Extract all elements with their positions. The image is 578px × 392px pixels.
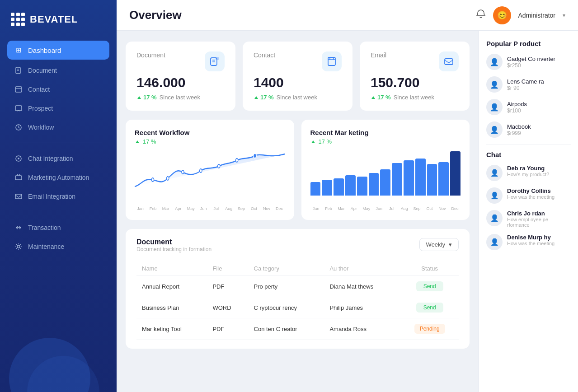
sidebar-workflow-label: Workflow bbox=[28, 124, 54, 131]
svg-point-8 bbox=[18, 158, 19, 159]
chat-info-dorothy: Dorothy Collins How was the meeting bbox=[507, 187, 571, 200]
chat-name-debra: Deb ra Young bbox=[507, 165, 571, 172]
svg-point-27 bbox=[254, 154, 257, 158]
table-header-row: Name File Ca tegory Au thor Status bbox=[136, 261, 459, 276]
sidebar-marketing-label: Marketing Automation bbox=[28, 174, 89, 181]
product-item-macbook[interactable]: 👤 Macbook $r999 bbox=[486, 121, 571, 138]
svg-rect-15 bbox=[216, 57, 219, 60]
table-row[interactable]: Business Plan WORD C ryptocur rency Phil… bbox=[136, 297, 459, 318]
sidebar-nav: ⊞ Dashboard Document Contact Prospect bbox=[0, 37, 117, 260]
workflow-chart-labels: Jan Feb Mar Apr May Jun Jul Aug Sep Oct … bbox=[135, 206, 285, 211]
sidebar-item-maintenance[interactable]: Maintenance bbox=[7, 238, 109, 256]
stat-cards: Document 146.000 17 % Since last week bbox=[126, 42, 470, 111]
product-price-macbook: $r999 bbox=[507, 130, 571, 136]
stat-card-contact-trend: 17 % Since last week bbox=[254, 94, 342, 101]
contact-trend-up: 17 % bbox=[254, 94, 274, 101]
bar-aug bbox=[392, 163, 402, 196]
product-item-lens[interactable]: 👤 Lens Came ra $r 90 bbox=[486, 76, 571, 93]
sidebar-chat-label: Chat Integration bbox=[28, 155, 73, 162]
document-table-subtitle: Document tracking in formation bbox=[136, 246, 211, 252]
table-row[interactable]: Annual Report PDF Pro perty Diana Mat th… bbox=[136, 276, 459, 297]
workflow-chart-title: Recent Workflow bbox=[135, 129, 285, 136]
product-price-lens: $r 90 bbox=[507, 85, 571, 91]
sidebar-prospect-label: Prospect bbox=[28, 105, 53, 112]
chat-item-dorothy[interactable]: 👤 Dorothy Collins How was the meeting bbox=[486, 187, 571, 204]
email-trend-up: 17 % bbox=[371, 94, 391, 101]
svg-point-11 bbox=[17, 245, 20, 248]
sidebar-item-workflow[interactable]: Workflow bbox=[7, 118, 109, 136]
chat-avatar-chris: 👤 bbox=[486, 210, 503, 226]
sidebar-item-prospect[interactable]: Prospect bbox=[7, 99, 109, 117]
bar-apr bbox=[345, 175, 356, 196]
svg-point-25 bbox=[218, 164, 220, 168]
weekly-filter-button[interactable]: Weekly ▾ bbox=[419, 238, 459, 251]
prospect-icon bbox=[14, 104, 23, 112]
sidebar-item-contact[interactable]: Contact bbox=[7, 80, 109, 98]
notification-button[interactable] bbox=[476, 9, 486, 21]
bar-dec bbox=[438, 162, 449, 196]
bar-mar bbox=[334, 178, 344, 196]
row-1-name: Annual Report bbox=[136, 276, 207, 297]
marketing-bars bbox=[310, 150, 461, 196]
row-1-author: Diana Mat thews bbox=[324, 276, 400, 297]
chat-item-chris[interactable]: 👤 Chris Jo rdan How empl oyee pe rforman… bbox=[486, 210, 571, 228]
document-icon bbox=[14, 66, 23, 75]
row-2-status: Send bbox=[400, 297, 459, 318]
stat-card-document-value: 146.000 bbox=[136, 75, 225, 90]
sidebar-item-dashboard[interactable]: ⊞ Dashboard bbox=[7, 41, 109, 60]
popular-product-title: Popular P roduct bbox=[486, 40, 571, 47]
workflow-chart bbox=[135, 150, 285, 205]
product-name-airpods: Airpods bbox=[507, 101, 571, 107]
sidebar-email-label: Email Integration bbox=[28, 193, 75, 200]
sidebar-item-email-integration[interactable]: Email Integration bbox=[7, 187, 109, 205]
document-table-header: Document Document tracking in formation … bbox=[136, 238, 459, 260]
header-right: 😊 Administrator ▾ bbox=[476, 6, 565, 24]
product-item-gadget[interactable]: 👤 Gadget Co nverter $r250 bbox=[486, 54, 571, 70]
bar-feb bbox=[322, 180, 332, 196]
sidebar-item-transaction[interactable]: Transaction bbox=[7, 219, 109, 237]
col-name: Name bbox=[136, 261, 207, 276]
nav-divider-1 bbox=[14, 143, 102, 143]
email-trend-text: Since last week bbox=[394, 94, 434, 101]
bar-oct bbox=[415, 159, 426, 196]
chevron-down-icon: ▾ bbox=[449, 241, 452, 248]
marketing-chart-card: Recent Mar keting 17 % bbox=[301, 120, 470, 220]
header: Overview 😊 Administrator ▾ bbox=[117, 0, 578, 31]
workflow-trend: 17 % bbox=[135, 138, 285, 145]
stat-card-email-trend: 17 % Since last week bbox=[371, 94, 459, 101]
charts-row: Recent Workflow 17 % bbox=[126, 120, 470, 220]
document-trend-up: 17 % bbox=[136, 94, 157, 101]
sidebar-item-marketing-automation[interactable]: Marketing Automation bbox=[7, 168, 109, 187]
main-content: Document 146.000 17 % Since last week bbox=[117, 31, 479, 392]
row-2-author: Philip James bbox=[324, 297, 400, 318]
chat-info-debra: Deb ra Young How's my product? bbox=[507, 165, 571, 177]
chat-msg-debra: How's my product? bbox=[507, 172, 571, 177]
sidebar-document-label: Document bbox=[28, 67, 57, 74]
contact-trend-text: Since last week bbox=[277, 94, 317, 101]
svg-point-23 bbox=[182, 170, 184, 174]
product-avatar-gadget: 👤 bbox=[486, 54, 503, 70]
chevron-down-icon[interactable]: ▾ bbox=[563, 12, 565, 19]
stat-card-document-icon bbox=[205, 51, 225, 71]
stat-card-document-label: Document bbox=[136, 51, 165, 59]
chat-item-debra[interactable]: 👤 Deb ra Young How's my product? bbox=[486, 165, 571, 181]
chat-item-denise[interactable]: 👤 Denise Murp hy How was the meeting bbox=[486, 234, 571, 250]
sidebar-item-document[interactable]: Document bbox=[7, 61, 109, 79]
row-3-author: Amanda Ross bbox=[324, 318, 400, 340]
stat-card-contact-label: Contact bbox=[254, 51, 275, 59]
product-item-airpods[interactable]: 👤 Airpods $r100 bbox=[486, 99, 571, 115]
logo-icon bbox=[11, 13, 25, 26]
sidebar-item-chat-integration[interactable]: Chat Integration bbox=[7, 149, 109, 168]
table-row[interactable]: Mar keting Tool PDF Con ten C reator Ama… bbox=[136, 318, 459, 340]
row-2-file: WORD bbox=[207, 297, 248, 318]
right-sidebar: Popular P roduct 👤 Gadget Co nverter $r2… bbox=[479, 31, 578, 392]
stat-card-email-label: Email bbox=[371, 51, 386, 59]
chat-info-denise: Denise Murp hy How was the meeting bbox=[507, 234, 571, 246]
chat-avatar-debra: 👤 bbox=[486, 165, 503, 181]
stat-card-email-header: Email bbox=[371, 51, 459, 71]
stat-card-document-trend: 17 % Since last week bbox=[136, 94, 225, 101]
col-author: Au thor bbox=[324, 261, 400, 276]
document-table-title: Document bbox=[136, 238, 211, 246]
document-table-head: Name File Ca tegory Au thor Status bbox=[136, 261, 459, 276]
product-info-gadget: Gadget Co nverter $r250 bbox=[507, 56, 571, 69]
